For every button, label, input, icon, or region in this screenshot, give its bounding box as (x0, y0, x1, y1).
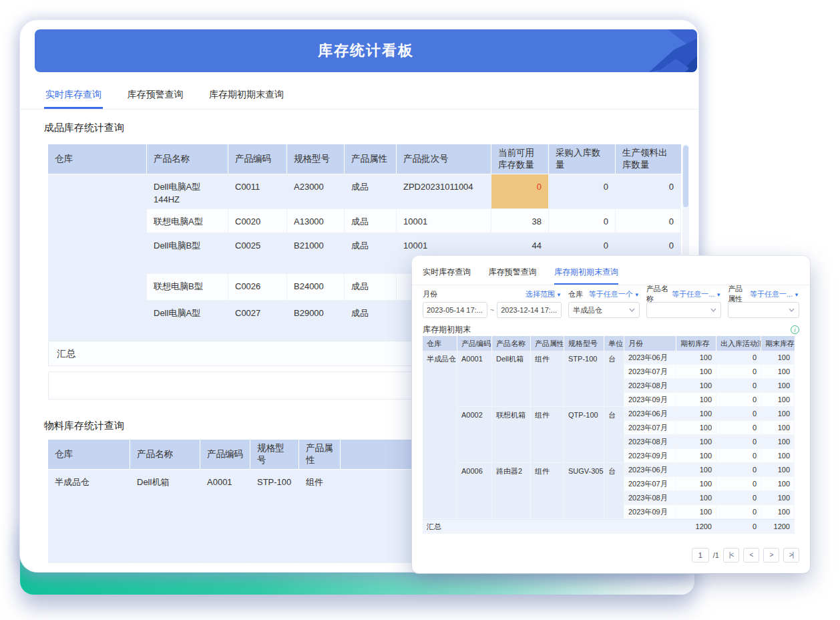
summary-label-cell: 汇总 (423, 519, 676, 534)
product-attr-select[interactable] (728, 302, 799, 318)
product-code-cell: C0027 (228, 301, 287, 343)
closing-stock-cell: 100 (761, 449, 795, 463)
prev-page-button[interactable]: < (743, 548, 759, 563)
pagination: 1 /1 |< < > >| (692, 548, 799, 563)
column-header-month: 月份 (624, 336, 676, 351)
activity-total-cell: 0 (716, 393, 761, 407)
product-code-cell: A0001 (200, 470, 250, 563)
last-page-button[interactable]: >| (783, 548, 799, 563)
opening-stock-cell: 100 (676, 379, 716, 393)
closing-stock-cell: 100 (761, 365, 795, 379)
page-number-input[interactable]: 1 (692, 548, 709, 563)
info-icon[interactable]: i (791, 325, 799, 334)
spec-model-cell: QTP-100 (564, 407, 604, 463)
period-section-header: 库存期初期末 i (423, 324, 799, 335)
activity-total-cell: 0 (716, 407, 761, 421)
warehouse-op-link[interactable]: 等于任意一个▼ (589, 289, 640, 299)
opening-stock-cell: 100 (676, 435, 716, 449)
summary-opening-cell: 1200 (676, 519, 716, 534)
activity-total-cell: 0 (716, 435, 761, 449)
table-row: 半成品仓A0001Dell机箱组件STP-100台2023年06月1000100 (423, 351, 795, 365)
period-query-panel: 实时库存查询 库存预警查询 库存期初期末查询 月份 选择范围▼ 2023-05-… (412, 256, 810, 573)
table-row: A0002联想机箱组件QTP-100台2023年06月1000100 (423, 407, 795, 421)
closing-stock-cell: 100 (761, 491, 795, 505)
batch-no-cell: ZPD20231011004 (397, 174, 491, 209)
product-attr-cell: 组件 (531, 407, 564, 463)
closing-stock-cell: 100 (761, 393, 795, 407)
column-header-product-code: 产品编码 (457, 336, 492, 351)
product-name-op-link[interactable]: 等于任意一...▼ (672, 289, 721, 299)
product-code-cell: C0025 (228, 233, 287, 274)
product-name-cell: 联想电脑A型 (147, 209, 228, 233)
month-filter: 月份 选择范围▼ 2023-05-14 17:... ~ 2023-12-14 … (423, 288, 562, 318)
product-name-label: 产品名称 (646, 284, 672, 304)
activity-total-cell: 0 (716, 463, 761, 477)
month-label: 月份 (423, 289, 437, 299)
month-cell: 2023年09月 (624, 393, 676, 407)
product-attr-op-link[interactable]: 等于任意一...▼ (750, 289, 799, 299)
product-code-cell: C0011 (228, 174, 287, 209)
product-name-cell: Dell机箱 (492, 351, 531, 407)
summary-row: 汇总120001200 (423, 519, 795, 534)
tab-inventory-alert[interactable]: 库存预警查询 (126, 83, 184, 109)
date-to-input[interactable]: 2023-12-14 17:... (497, 302, 562, 318)
product-name-select[interactable] (646, 302, 721, 318)
closing-stock-cell: 100 (761, 351, 795, 365)
period-section-title: 库存期初期末 (423, 324, 471, 335)
spec-model-cell: B24000 (287, 274, 345, 301)
product-name-cell: Dell电脑B型 (147, 233, 228, 274)
page: 库存统计看板 实时库存查询 库存预警查询 库存期初期末查询 成品库存统计查询 仓… (0, 0, 840, 620)
page-total-label: /1 (713, 551, 719, 559)
product-attr-cell: 组件 (531, 463, 564, 519)
warehouse-select[interactable]: 半成品仓 (568, 302, 640, 318)
overlay-tab-realtime[interactable]: 实时库存查询 (423, 267, 471, 285)
closing-stock-cell: 100 (761, 477, 795, 491)
column-header-product-name: 产品名称 (492, 336, 531, 351)
range-select-link[interactable]: 选择范围▼ (526, 289, 562, 299)
date-from-input[interactable]: 2023-05-14 17:... (423, 302, 487, 318)
column-header-spec-model: 规格型号 (250, 440, 299, 470)
scrollbar-thumb[interactable] (683, 146, 688, 207)
warehouse-cell: 半成品仓 (423, 351, 457, 519)
period-inventory-table: 仓库产品编码产品名称产品属性规格型号单位月份期初库存出入库活动汇总期末库存半成品… (423, 336, 795, 534)
product-attr-filter: 产品属性 等于任意一...▼ (728, 288, 799, 318)
column-header-warehouse: 仓库 (423, 336, 457, 351)
banner-decoration (610, 29, 697, 72)
first-page-button[interactable]: |< (723, 548, 739, 563)
activity-total-cell: 0 (716, 505, 761, 519)
month-cell: 2023年09月 (624, 449, 676, 463)
unit-cell: 台 (604, 407, 624, 463)
product-name-cell: 路由器2 (492, 463, 531, 519)
column-header-closing-stock: 期末库存 (761, 336, 795, 351)
activity-total-cell: 0 (716, 477, 761, 491)
column-header-production-out-qty: 生产领料出库数量 (616, 144, 681, 174)
production-out-cell: 0 (616, 209, 681, 233)
overlay-tab-period[interactable]: 库存期初期末查询 (554, 267, 618, 285)
next-page-button[interactable]: > (763, 548, 779, 563)
batch-no-cell: 10001 (397, 209, 491, 233)
product-name-cell: 联想电脑B型 (147, 274, 228, 301)
activity-total-cell: 0 (716, 449, 761, 463)
column-header-product-code: 产品编码 (200, 440, 250, 470)
closing-stock-cell: 100 (761, 379, 795, 393)
chevron-down-icon (710, 308, 716, 312)
unit-cell: 台 (604, 463, 624, 519)
column-header-product-attr: 产品属性 (299, 440, 341, 470)
table-row: A0006路由器2组件SUGV-305台2023年06月1000100 (423, 463, 795, 477)
closing-stock-cell: 100 (761, 505, 795, 519)
overlay-tab-alert[interactable]: 库存预警查询 (488, 267, 536, 285)
month-cell: 2023年06月 (624, 463, 676, 477)
header-row: 仓库产品名称产品编码规格型号产品属性产品批次号当前可用库存数量采购入库数量生产领… (48, 144, 681, 174)
tab-realtime-inventory[interactable]: 实时库存查询 (44, 83, 103, 109)
opening-stock-cell: 100 (676, 491, 716, 505)
production-out-cell: 0 (616, 174, 681, 209)
product-attr-cell: 成品 (345, 209, 397, 233)
range-separator: ~ (490, 306, 494, 314)
product-name-cell: 联想机箱 (492, 407, 531, 463)
product-attr-cell: 成品 (345, 233, 397, 274)
column-header-warehouse: 仓库 (48, 144, 147, 174)
column-header-product-name: 产品名称 (147, 144, 228, 174)
column-header-product-attr: 产品属性 (531, 336, 564, 351)
tab-period-inventory[interactable]: 库存期初期末查询 (208, 83, 285, 109)
table-row: Dell电脑A型 144HZC0011A23000成品ZPD2023101100… (48, 174, 681, 209)
